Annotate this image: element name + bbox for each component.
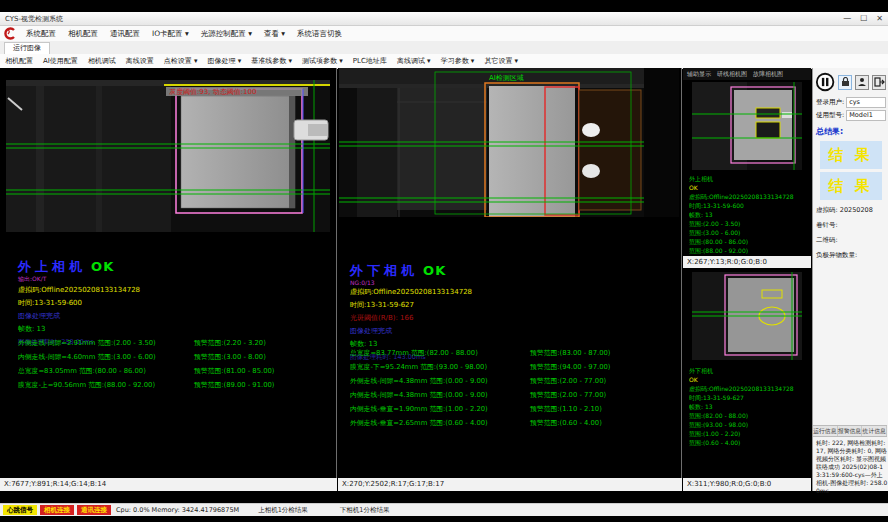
- lock-icon: [841, 77, 850, 87]
- login-user-label: 登录用户:: [816, 98, 844, 107]
- menu-item[interactable]: IO卡配置 ▾: [146, 29, 195, 39]
- login-user-value[interactable]: cys: [846, 97, 886, 108]
- menu-item[interactable]: 系统语言切换: [291, 29, 348, 39]
- part-region: [489, 86, 575, 217]
- warning-range: 预警范围:(2.00 - 77.00): [530, 374, 606, 388]
- measurement-value: 外侧走线-垂直=2.65mm 范围:(0.60 - 4.00): [350, 416, 530, 430]
- aux-result-line: 范围:(88.00 - 92.00): [689, 246, 815, 255]
- menu-item[interactable]: 相机配置: [62, 29, 104, 39]
- pixel-status-upper: X:7677;Y:891;R:14;G:14;B:14: [0, 478, 337, 491]
- barcode-line: 虚拟码:Offline20250208133134728: [18, 284, 140, 297]
- time-line: 时间:13-31-59-600: [18, 297, 140, 310]
- toolbar-button[interactable]: AI使用配置: [38, 56, 83, 66]
- model-value[interactable]: Model1: [846, 110, 886, 121]
- menu-item[interactable]: 查看 ▾: [258, 29, 291, 39]
- qr-code-line: 二维码:: [813, 230, 888, 245]
- lock-button[interactable]: [838, 75, 852, 90]
- toolbar-button[interactable]: 相机调试: [83, 56, 121, 66]
- toolbar-button[interactable]: 测试项参数 ▾: [297, 56, 348, 66]
- measurement-row: 膜宽度-上=90.56mm 范围:(88.00 - 92.00) 预警范围:(8…: [18, 378, 274, 392]
- aux-camera-image-bottom: [692, 272, 802, 360]
- app-window: CYS-视觉检测系统 —☐✕ 系统配置相机配置通讯配置IO卡配置 ▾光源控制配置…: [0, 0, 888, 522]
- warning-range: 预警范围:(2.20 - 3.20): [194, 336, 266, 350]
- aux-view-tab[interactable]: 故障相机图: [753, 70, 783, 79]
- warning-range: 预警范围:(83.00 - 87.00): [530, 346, 610, 360]
- measurement-value: 总宽度=83.77mm 范围:(82.00 - 88.00): [350, 346, 530, 360]
- warning-range: 预警范围:(1.10 - 2.10): [530, 402, 602, 416]
- toolbar-button[interactable]: 基准线参数 ▾: [246, 56, 297, 66]
- aux-camera-view-top[interactable]: 外上相机OK虚拟码:Offline20250208133134728时间:13-…: [683, 80, 811, 256]
- toolbar-button[interactable]: 其它设置 ▾: [479, 56, 523, 66]
- warning-range: 预警范围:(0.60 - 4.00): [530, 416, 602, 430]
- pause-button[interactable]: [815, 71, 835, 93]
- user-button[interactable]: [855, 75, 869, 90]
- exit-button[interactable]: [872, 75, 886, 90]
- window-control-button[interactable]: ☐: [860, 14, 867, 23]
- camera-view-lower[interactable]: AI检测区域 外下相机 OK NG:0/13 虚拟码:Offline202502…: [338, 68, 682, 478]
- aux-result-line: 范围:(1.00 - 2.20): [689, 429, 815, 438]
- defect-count-line: 负极异物数量:: [813, 245, 888, 260]
- part-region: [181, 96, 295, 208]
- exit-icon: [874, 77, 885, 87]
- toolbar-button[interactable]: 学习参数 ▾: [436, 56, 480, 66]
- toolbar-button[interactable]: 点检设置 ▾: [159, 56, 203, 66]
- aux-result-line: 范围:(93.00 - 98.00): [689, 420, 815, 429]
- toolbar-button[interactable]: PLC地址库: [348, 56, 392, 66]
- measurement-row: 外侧走线-间隙=4.38mm 范围:(0.00 - 9.00) 预警范围:(2.…: [350, 374, 610, 388]
- aux-result-line: 外下相机: [689, 366, 815, 375]
- measurement-row: 外侧走线-垂直=2.65mm 范围:(0.60 - 4.00) 预警范围:(0.…: [350, 416, 610, 430]
- total-result-label: 总结果:: [813, 121, 888, 138]
- measurement-row: 总宽度=83.77mm 范围:(82.00 - 88.00) 预警范围:(83.…: [350, 346, 610, 360]
- measurement-row: 膜宽度-下=95.24mm 范围:(93.00 - 98.00) 预警范围:(9…: [350, 360, 610, 374]
- result-ok: OK: [91, 259, 114, 274]
- camera-name: 外下相机: [350, 263, 418, 278]
- toolbar-button[interactable]: 相机配置: [0, 56, 38, 66]
- aux-result-line: OK: [689, 183, 815, 192]
- pixel-status-lower: X:270;Y:2502;R:17;G:17;B:17: [338, 478, 682, 491]
- info-tab[interactable]: 报警信息: [838, 426, 863, 436]
- measurement-value: 总宽度=83.05mm 范围:(80.00 - 86.00): [18, 364, 194, 378]
- window-title: CYS-视觉检测系统: [5, 14, 63, 24]
- process-done-line: 图像处理完成: [18, 310, 140, 323]
- time-line: 时间:13-31-59-627: [350, 299, 472, 312]
- aux-view-tab[interactable]: 研线相机图: [717, 70, 747, 79]
- measurement-value: 内侧走线-间隙=4.60mm 范围:(3.00 - 6.00): [18, 350, 194, 364]
- window-control-button[interactable]: —: [843, 14, 851, 23]
- warning-range: 预警范围:(94.00 - 97.00): [530, 360, 610, 374]
- aux-result-line: 范围:(82.00 - 88.00): [689, 411, 815, 420]
- menu-item[interactable]: 光源控制配置 ▾: [195, 29, 258, 39]
- info-tab[interactable]: 运行信息: [813, 426, 838, 436]
- camera-result-link[interactable]: 下相机1分检结果: [340, 506, 390, 515]
- virtual-code-line: 虚拟码: 20250208: [813, 200, 888, 215]
- result-ok: OK: [423, 263, 446, 278]
- status-extras: 上相机1分检结果下相机1分检结果: [244, 506, 389, 515]
- menu-item[interactable]: 系统配置: [20, 29, 62, 39]
- measurement-row: 总宽度=83.05mm 范围:(80.00 - 86.00) 预警范围:(81.…: [18, 364, 274, 378]
- toolbar-button[interactable]: 图像处理 ▾: [203, 56, 247, 66]
- measurement-row: 外侧走线-间隙=2.91mm 范围:(2.00 - 3.50) 预警范围:(2.…: [18, 336, 274, 350]
- measurement-value: 外侧走线-间隙=4.38mm 范围:(0.00 - 9.00): [350, 374, 530, 388]
- tab-run-image[interactable]: 运行图像: [4, 42, 50, 54]
- aux-result-line: 范围:(0.60 - 4.00): [689, 438, 815, 447]
- toolbar-button[interactable]: 离线设置: [121, 56, 159, 66]
- info-tab[interactable]: 统计信息: [862, 426, 887, 436]
- menu-item[interactable]: 通讯配置: [104, 29, 146, 39]
- process-done-line: 图像处理完成: [350, 325, 472, 338]
- aux-result-lines-top: 外上相机OK虚拟码:Offline20250208133134728时间:13-…: [683, 172, 815, 255]
- toolbar-button[interactable]: 离线调试 ▾: [392, 56, 436, 66]
- highlight-blob: [582, 123, 600, 137]
- camera-result-link[interactable]: 上相机1分检结果: [258, 506, 308, 515]
- aux-result-line: 虚拟码:Offline20250208133134728: [689, 192, 815, 201]
- toolbar: 相机配置AI使用配置相机调试离线设置点检设置 ▾图像处理 ▾基准线参数 ▾测试项…: [0, 54, 888, 69]
- aux-view-tab[interactable]: 辅助显示: [687, 70, 711, 79]
- camera-view-upper[interactable]: 灰度阈值:93, 动态阈值:100 外上相机 OK 输出:OK/T 虚拟码:Of…: [0, 68, 337, 478]
- menu-bar: 系统配置相机配置通讯配置IO卡配置 ▾光源控制配置 ▾查看 ▾系统语言切换: [0, 26, 888, 42]
- frame-line: 帧数: 13: [18, 323, 140, 336]
- measurement-value: 内侧走线-垂直=1.90mm 范围:(1.00 - 2.20): [350, 402, 530, 416]
- window-control-button[interactable]: ✕: [876, 14, 883, 23]
- tab-row: 运行图像: [0, 41, 888, 55]
- aux-camera-view-bottom[interactable]: 外下相机OK虚拟码:Offline20250208133134728时间:13-…: [683, 268, 811, 478]
- output-subline: 输出:OK/T: [18, 275, 140, 284]
- total-result-boxes: 结 果结 果: [813, 141, 888, 200]
- window-controls: —☐✕: [843, 14, 883, 23]
